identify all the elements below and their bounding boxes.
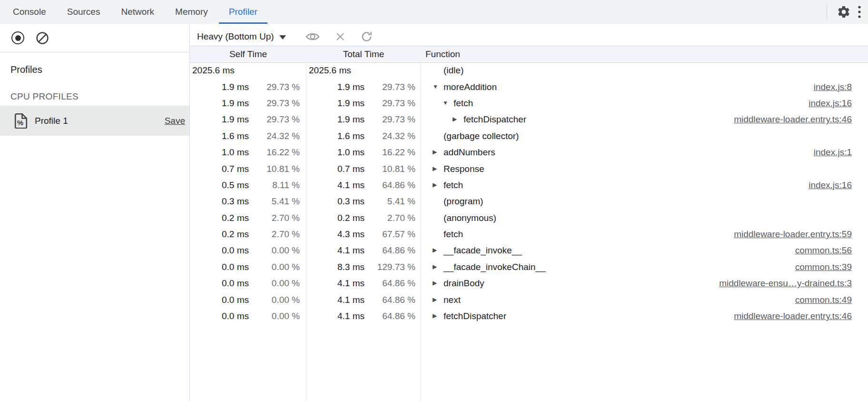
focus-eye-icon[interactable] [305, 31, 320, 42]
tab-sources[interactable]: Sources [57, 0, 110, 24]
indent-spacer [421, 201, 444, 202]
self-time-percent: 8.11 % [249, 180, 300, 190]
disclosure-triangle-icon[interactable]: ▶ [453, 116, 464, 122]
total-time-ms: 4.1 ms [306, 311, 365, 321]
total-time-cell: 4.1 ms64.86 % [306, 311, 421, 321]
table-row[interactable]: 1.6 ms24.32 %1.6 ms24.32 %(garbage colle… [190, 128, 868, 144]
source-link[interactable]: middleware-loader.entry.ts:59 [724, 229, 852, 240]
function-name: fetch [444, 229, 463, 240]
source-link[interactable]: index.js:8 [804, 82, 852, 92]
function-name: __facade_invoke__ [444, 245, 522, 256]
function-name: fetch [444, 180, 463, 190]
indent-spacer [421, 120, 453, 120]
function-name: (idle) [444, 65, 464, 76]
table-row[interactable]: 0.2 ms2.70 %4.3 ms67.57 %fetchmiddleware… [190, 226, 868, 242]
indent-spacer [421, 251, 433, 251]
record-button[interactable] [11, 31, 24, 44]
table-row[interactable]: 0.0 ms0.00 %4.1 ms64.86 %▶fetchDispatche… [190, 308, 868, 324]
disclosure-triangle-icon[interactable]: ▼ [443, 100, 454, 106]
source-link[interactable]: common.ts:56 [786, 245, 852, 256]
total-time-ms: 1.6 ms [306, 131, 365, 141]
total-time-cell: 4.1 ms64.86 % [306, 180, 421, 190]
table-row[interactable]: 0.5 ms8.11 %4.1 ms64.86 %▶fetchindex.js:… [190, 177, 868, 193]
clear-slash-icon [36, 31, 49, 45]
disclosure-triangle-icon[interactable]: ▶ [433, 263, 444, 270]
column-header-self-time[interactable]: Self Time [190, 49, 306, 60]
source-link[interactable]: index.js:16 [799, 98, 852, 109]
self-time-percent: 29.73 % [249, 114, 300, 125]
table-row[interactable]: 0.3 ms5.41 %0.3 ms5.41 %(program) [190, 193, 868, 210]
settings-gear-icon[interactable] [837, 5, 851, 19]
function-cell: (idle) [421, 65, 868, 76]
total-time-cell: 4.1 ms64.86 % [306, 278, 421, 289]
source-link[interactable]: index.js:1 [804, 147, 852, 158]
self-time-cell: 0.7 ms10.81 % [190, 164, 306, 174]
tab-profiler[interactable]: Profiler [219, 0, 267, 24]
tab-network[interactable]: Network [111, 0, 164, 24]
clear-button[interactable] [36, 31, 49, 45]
self-time-percent: 0.00 % [249, 262, 300, 272]
disclosure-triangle-icon[interactable]: ▶ [433, 280, 444, 286]
self-time-percent: 0.00 % [249, 311, 300, 321]
more-options-kebab-icon[interactable] [858, 4, 861, 20]
function-name: fetch [454, 98, 473, 109]
table-row[interactable]: 2025.6 ms2025.6 ms(idle) [190, 62, 868, 79]
save-link[interactable]: Save [165, 116, 185, 126]
source-link[interactable]: middleware-loader.entry.ts:46 [724, 311, 852, 321]
table-row[interactable]: 0.7 ms10.81 %0.7 ms10.81 %▶Response [190, 160, 868, 177]
source-link[interactable]: common.ts:39 [786, 262, 852, 272]
total-time-percent: 64.86 % [365, 278, 415, 289]
table-row[interactable]: 0.0 ms0.00 %4.1 ms64.86 %▶drainBodymiddl… [190, 275, 868, 291]
source-link[interactable]: index.js:16 [799, 180, 852, 190]
disclosure-triangle-icon[interactable]: ▶ [433, 312, 444, 319]
table-row[interactable]: 0.2 ms2.70 %0.2 ms2.70 %(anonymous) [190, 210, 868, 226]
disclosure-triangle-icon[interactable]: ▶ [433, 247, 444, 253]
total-time-percent: 64.86 % [365, 245, 415, 256]
disclosure-triangle-icon[interactable]: ▶ [433, 149, 444, 155]
column-header-function[interactable]: Function [421, 49, 868, 60]
indent-spacer [421, 87, 433, 87]
source-link[interactable]: common.ts:49 [786, 295, 852, 305]
disclosure-triangle-icon[interactable]: ▶ [433, 296, 444, 303]
disclosure-triangle-icon[interactable]: ▶ [433, 181, 444, 188]
profile-item[interactable]: % Profile 1 Save [0, 106, 189, 136]
indent-spacer [421, 103, 443, 103]
grid-header-row: Self Time Total Time Function [190, 46, 868, 63]
source-link[interactable]: middleware-loader.entry.ts:46 [724, 114, 852, 125]
source-link[interactable]: middleware-ensu…y-drained.ts:3 [710, 278, 852, 289]
function-name: addNumbers [444, 147, 495, 158]
total-time-ms: 0.3 ms [306, 196, 365, 207]
indent-spacer [421, 185, 433, 185]
table-row[interactable]: 0.0 ms0.00 %4.1 ms64.86 %▶__facade_invok… [190, 242, 868, 259]
profiler-record-toolbar [0, 24, 189, 52]
column-header-total-time[interactable]: Total Time [306, 49, 421, 60]
tab-console[interactable]: Console [3, 0, 56, 24]
table-row[interactable]: 1.0 ms16.22 %1.0 ms16.22 %▶addNumbersind… [190, 144, 868, 160]
exclude-x-icon[interactable] [335, 31, 346, 42]
self-time-cell: 1.0 ms16.22 % [190, 147, 306, 158]
table-row[interactable]: 0.0 ms0.00 %4.1 ms64.86 %▶nextcommon.ts:… [190, 291, 868, 308]
function-cell: fetchmiddleware-loader.entry.ts:59 [421, 229, 868, 240]
function-cell: ▶nextcommon.ts:49 [421, 295, 868, 305]
total-time-cell: 0.3 ms5.41 % [306, 196, 421, 207]
self-time-ms: 0.5 ms [190, 180, 249, 190]
view-mode-select[interactable]: Heavy (Bottom Up) [197, 31, 286, 42]
function-cell: ▶fetchDispatchermiddleware-loader.entry.… [421, 114, 868, 125]
table-row[interactable]: 0.0 ms0.00 %8.3 ms129.73 %▶__facade_invo… [190, 259, 868, 275]
tab-memory[interactable]: Memory [165, 0, 218, 24]
total-time-cell: 1.9 ms29.73 % [306, 114, 421, 125]
total-time-cell: 1.6 ms24.32 % [306, 131, 421, 141]
disclosure-triangle-icon[interactable]: ▶ [433, 165, 444, 172]
table-row[interactable]: 1.9 ms29.73 %1.9 ms29.73 %▶fetchDispatch… [190, 111, 868, 128]
total-time-cell: 0.7 ms10.81 % [306, 164, 421, 174]
restore-refresh-icon[interactable] [360, 30, 374, 43]
table-row[interactable]: 1.9 ms29.73 %1.9 ms29.73 %▼fetchindex.js… [190, 95, 868, 111]
total-time-ms: 1.9 ms [306, 114, 365, 125]
indent-spacer [421, 218, 444, 218]
self-time-cell: 0.0 ms0.00 % [190, 262, 306, 272]
function-name: drainBody [444, 278, 484, 289]
disclosure-triangle-icon[interactable]: ▼ [433, 83, 444, 90]
total-time-cell: 2025.6 ms [306, 65, 421, 76]
self-time-ms: 1.6 ms [190, 131, 249, 141]
table-row[interactable]: 1.9 ms29.73 %1.9 ms29.73 %▼moreAdditioni… [190, 79, 868, 95]
